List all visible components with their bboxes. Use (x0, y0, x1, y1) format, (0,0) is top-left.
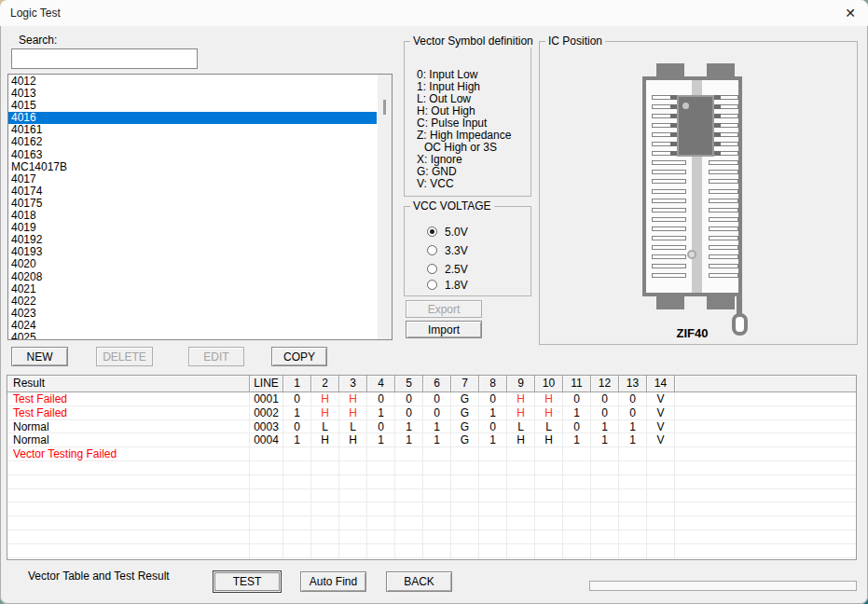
column-header-pin[interactable]: 8 (479, 376, 507, 392)
vector-cell (535, 558, 563, 560)
vector-cell (479, 502, 507, 516)
pin-slot (709, 179, 738, 184)
vector-cell: H (311, 406, 339, 420)
test-button[interactable]: TEST (213, 570, 282, 593)
vector-cell (479, 447, 507, 461)
radio-icon[interactable] (427, 264, 437, 274)
vector-cell (311, 489, 339, 503)
list-item[interactable]: 40162 (8, 136, 377, 148)
chip-pin-stub (713, 104, 721, 109)
vector-cell (283, 558, 311, 560)
back-button[interactable]: BACK (386, 571, 452, 592)
line-cell (250, 489, 283, 503)
vector-cell: V (647, 392, 675, 406)
radio-icon[interactable] (427, 280, 437, 290)
vector-cell (395, 558, 423, 560)
vector-cell: G (451, 433, 479, 447)
pin-slot (709, 170, 738, 174)
line-cell (250, 530, 283, 544)
column-header-pin[interactable]: 3 (339, 376, 367, 392)
vector-cell (283, 530, 311, 544)
list-item[interactable]: 4013 (8, 88, 377, 100)
vector-cell (619, 489, 647, 503)
column-header-pin[interactable]: 12 (591, 376, 619, 392)
column-header-pin[interactable]: 11 (563, 376, 591, 392)
column-header-pin[interactable]: 5 (395, 376, 423, 392)
list-item[interactable]: 4021 (8, 283, 377, 295)
list-item[interactable]: 40174 (8, 185, 377, 198)
vector-cell (311, 558, 339, 560)
list-item[interactable]: 4020 (8, 258, 377, 270)
list-item[interactable]: 40193 (8, 246, 377, 258)
search-input[interactable] (11, 48, 198, 69)
list-item[interactable]: MC14017B (8, 161, 377, 173)
radio-selected-icon[interactable] (427, 226, 437, 237)
vector-cell: 1 (591, 420, 619, 434)
vector-cell: H (339, 406, 367, 420)
vector-cell: 0 (283, 420, 311, 434)
column-header-pin[interactable]: 2 (311, 376, 339, 392)
list-item[interactable]: 4022 (8, 295, 377, 308)
column-header-pin[interactable]: 7 (451, 376, 479, 392)
column-header-line[interactable]: LINE (250, 376, 283, 392)
auto-find-button[interactable]: Auto Find (300, 571, 366, 592)
column-header-pin[interactable]: 14 (647, 376, 675, 392)
table-row[interactable]: Test Failed00010HH000G0HH000V (7, 392, 856, 406)
table-row[interactable]: Normal00041HH111G1HH111V (7, 433, 856, 447)
import-button[interactable]: Import (406, 321, 482, 338)
list-item[interactable]: 4023 (8, 308, 377, 320)
vector-cell: 1 (479, 406, 507, 420)
table-row[interactable]: Test Failed00021HH100G1HH100V (7, 406, 856, 420)
device-list[interactable]: 4012401340154016401614016240163MC14017B4… (7, 74, 393, 340)
logic-test-dialog: Logic Test ✕ Search: 4012401340154016401… (0, 0, 868, 604)
window-title: Logic Test (10, 7, 61, 20)
device-list-scrollbar[interactable] (378, 75, 392, 339)
table-row[interactable]: Normal00030LL011G0LL011V (7, 420, 856, 434)
list-item[interactable]: 4012 (8, 76, 377, 88)
vector-cell (535, 475, 563, 489)
result-cell (7, 558, 250, 560)
vector-cell: H (339, 433, 367, 447)
column-header-pin[interactable]: 10 (535, 376, 563, 392)
copy-button[interactable]: COPY (271, 347, 327, 366)
list-item[interactable]: 40161 (8, 124, 377, 136)
list-item[interactable]: 4017 (8, 173, 377, 185)
list-item[interactable]: 4018 (8, 210, 377, 222)
filler-cell (675, 475, 856, 489)
list-item[interactable]: 4025 (8, 332, 377, 340)
list-item[interactable]: 4019 (8, 222, 377, 234)
column-header-pin[interactable]: 1 (283, 376, 311, 392)
vector-cell: G (451, 392, 479, 406)
column-header-pin[interactable]: 9 (507, 376, 535, 392)
result-cell (7, 461, 250, 475)
pin-slot (709, 199, 738, 203)
radio-icon[interactable] (427, 245, 437, 255)
list-item[interactable]: 4016 (8, 112, 377, 124)
close-icon[interactable]: ✕ (838, 3, 862, 23)
filler-cell (675, 544, 856, 558)
filler-cell (675, 420, 856, 434)
line-cell: 0001 (250, 392, 283, 406)
column-header-pin[interactable]: 13 (619, 376, 647, 392)
vector-symbol-title: Vector Symbol definition (410, 34, 536, 48)
list-item[interactable]: 4024 (8, 320, 377, 332)
result-cell (7, 544, 250, 558)
list-item[interactable]: 4015 (8, 100, 377, 112)
vector-cell (619, 530, 647, 544)
scrollbar-thumb[interactable] (383, 100, 386, 115)
vector-cell: H (311, 433, 339, 447)
list-item[interactable]: 40208 (8, 271, 377, 283)
radio-label: 2.5V (445, 263, 468, 276)
new-button[interactable]: NEW (11, 347, 68, 366)
table-row[interactable]: Vector Testing Failed (7, 447, 856, 461)
column-header-result[interactable]: Result (7, 376, 250, 392)
vector-cell (423, 475, 451, 489)
list-item[interactable]: 40192 (8, 234, 377, 246)
vector-table-body: Test Failed00010HH000G0HH000VTest Failed… (7, 392, 856, 560)
column-header-pin[interactable]: 6 (423, 376, 451, 392)
list-item[interactable]: 40175 (8, 198, 377, 210)
list-item[interactable]: 40163 (8, 149, 377, 161)
vector-cell (311, 475, 339, 489)
vector-cell (507, 475, 535, 489)
column-header-pin[interactable]: 4 (367, 376, 395, 392)
